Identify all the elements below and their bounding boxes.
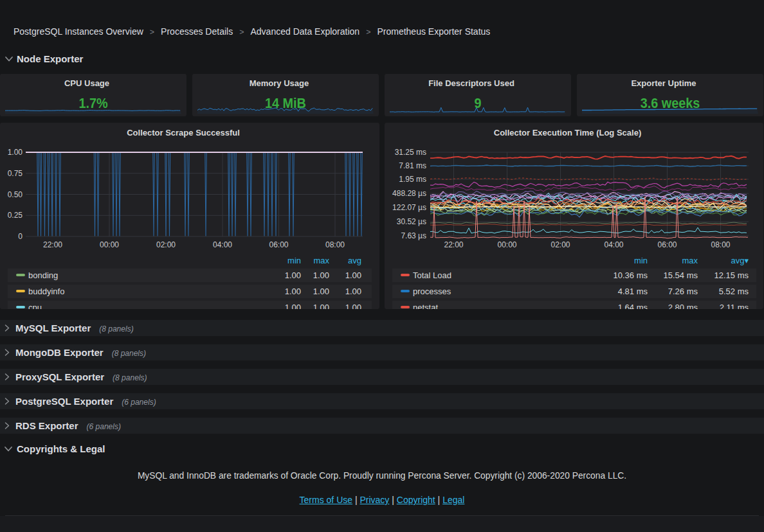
- svg-text:0.75: 0.75: [8, 169, 23, 178]
- svg-text:7.63 µs: 7.63 µs: [401, 231, 426, 240]
- svg-text:0: 0: [18, 232, 23, 241]
- svg-text:02:00: 02:00: [156, 240, 176, 249]
- svg-text:1.00: 1.00: [8, 148, 23, 157]
- svg-text:06:00: 06:00: [657, 240, 677, 249]
- svg-text:488.28 µs: 488.28 µs: [392, 189, 426, 198]
- svg-text:04:00: 04:00: [604, 240, 623, 249]
- svg-text:00:00: 00:00: [100, 240, 119, 249]
- svg-text:122.07 µs: 122.07 µs: [392, 203, 426, 212]
- svg-text:1.95 ms: 1.95 ms: [399, 175, 426, 184]
- svg-text:7.81 ms: 7.81 ms: [399, 161, 426, 170]
- svg-text:31.25 ms: 31.25 ms: [395, 148, 426, 157]
- svg-text:02:00: 02:00: [550, 240, 570, 249]
- svg-text:04:00: 04:00: [213, 240, 232, 249]
- svg-text:30.52 µs: 30.52 µs: [397, 217, 426, 226]
- svg-text:0.25: 0.25: [8, 211, 23, 220]
- svg-text:0.50: 0.50: [8, 190, 23, 199]
- svg-text:08:00: 08:00: [325, 240, 345, 249]
- svg-text:22:00: 22:00: [444, 240, 463, 249]
- svg-text:22:00: 22:00: [43, 240, 62, 249]
- svg-text:08:00: 08:00: [711, 240, 730, 249]
- svg-text:06:00: 06:00: [269, 240, 288, 249]
- svg-text:00:00: 00:00: [497, 240, 516, 249]
